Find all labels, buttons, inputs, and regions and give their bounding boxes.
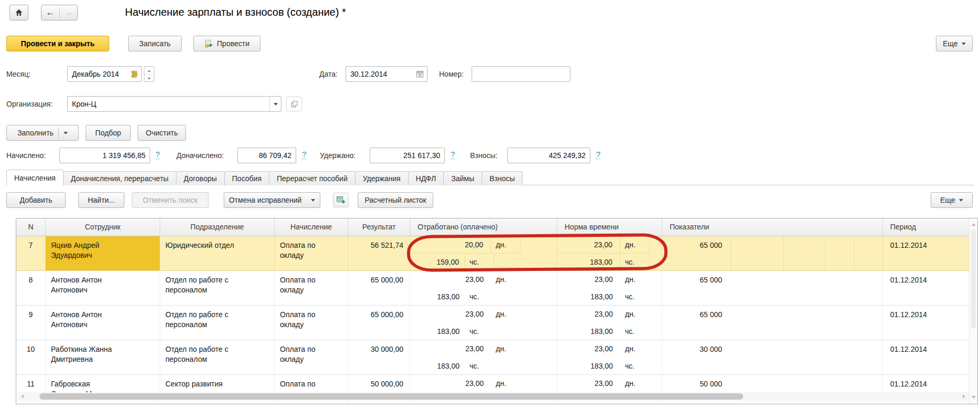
withheld-help-link[interactable]: ? [451, 150, 455, 159]
worked-time-cell[interactable]: 23,00дн. 183,00чс. [410, 306, 557, 340]
accrual-cell[interactable]: Оплата по окладу [275, 271, 348, 305]
step-up-icon[interactable] [148, 68, 151, 72]
horizontal-scrollbar-thumb[interactable] [39, 393, 743, 400]
table-row-8[interactable]: 8 Антонов Антон Антонович Отдел по работ… [16, 271, 969, 306]
vertical-scrollbar[interactable] [969, 218, 977, 404]
fill-button[interactable]: Заполнить [6, 125, 79, 141]
worked-time-cell[interactable]: 23,00дн. 183,00чс. [410, 340, 557, 374]
tab-deductions[interactable]: Удержания [355, 171, 409, 185]
more-button-table[interactable]: Еще [931, 192, 973, 208]
indicators-cell[interactable]: 65 000 [662, 271, 883, 305]
column-header-worked[interactable]: Отработано (оплачено) [410, 218, 557, 236]
result-cell[interactable]: 65 000,00 [348, 306, 410, 340]
worked-time-cell[interactable]: 20,00дн. 159,00чс. [410, 236, 557, 270]
find-button[interactable]: Найти... [78, 192, 124, 208]
month-stepper[interactable] [144, 66, 154, 82]
contributions-help-link[interactable]: ? [596, 150, 600, 159]
employee-cell[interactable]: Яцкив Андрей Эдуардович [46, 236, 160, 270]
horizontal-scrollbar[interactable] [17, 392, 969, 401]
department-cell[interactable]: Отдел по работе с персоналом [160, 271, 275, 305]
more-button-top[interactable]: Еще [936, 36, 973, 51]
employee-cell[interactable]: Работкина Жанна Дмитриевна [46, 340, 160, 374]
period-cell[interactable]: 01.12.2014 [883, 340, 969, 374]
worked-days-value: 20,00 [410, 236, 491, 254]
home-button[interactable] [9, 5, 28, 20]
month-picker-icon[interactable] [131, 70, 138, 78]
norm-time-cell[interactable]: 23,00дн. 183,00чс. [557, 340, 662, 374]
step-down-icon[interactable] [148, 78, 151, 81]
accrual-cell[interactable]: Оплата по окладу [275, 236, 348, 270]
column-header-n[interactable]: N [16, 218, 46, 236]
period-cell[interactable]: 01.12.2014 [883, 271, 969, 305]
department-cell[interactable]: Отдел по работе с персоналом [160, 306, 275, 340]
norm-time-cell[interactable]: 23,00дн. 183,00чс. [557, 306, 662, 340]
tab-ndfl[interactable]: НДФЛ [408, 171, 444, 185]
tab-contributions[interactable]: Взносы [482, 171, 523, 185]
employee-cell[interactable]: Антонов Антон Антонович [46, 306, 160, 340]
payslip-button[interactable]: Расчетный листок [358, 192, 433, 208]
contributions-total: 425 249,32 [507, 148, 590, 163]
table-row-7[interactable]: 7 Яцкив Андрей Эдуардович Юридический от… [16, 236, 969, 271]
column-header-employee[interactable]: Сотрудник [46, 218, 160, 236]
calendar-icon[interactable] [416, 70, 424, 78]
result-cell[interactable]: 30 000,00 [348, 340, 410, 374]
period-cell[interactable]: 01.12.2014 [883, 236, 969, 270]
norm-time-cell[interactable]: 23,00дн. 183,00чс. [557, 236, 662, 270]
accrual-cell[interactable]: Оплата по окладу [275, 340, 348, 374]
number-input[interactable] [472, 66, 570, 82]
worked-days-unit: дн. [491, 271, 520, 288]
indicators-cell[interactable]: 65 000 [662, 306, 883, 340]
chevron-down-icon [962, 43, 966, 47]
column-header-accrual[interactable]: Начисление [275, 218, 348, 236]
department-cell[interactable]: Юридический отдел [160, 236, 275, 270]
accrued-help-link[interactable]: ? [155, 150, 160, 159]
tab-additional-accruals[interactable]: Доначисления, перерасчеты [63, 171, 176, 185]
result-cell[interactable]: 56 521,74 [348, 236, 410, 270]
scroll-left-icon[interactable] [19, 394, 24, 399]
tab-contracts[interactable]: Договоры [176, 171, 225, 185]
tab-accruals[interactable]: Начисления [6, 170, 64, 185]
scroll-right-icon[interactable] [963, 394, 967, 399]
back-button[interactable]: ← [41, 7, 59, 18]
forward-button[interactable]: → [60, 7, 78, 18]
column-header-department[interactable]: Подразделение [160, 218, 275, 236]
accrual-cell[interactable]: Оплата по окладу [275, 306, 348, 340]
indicator-value: 65 000 [662, 236, 731, 250]
tab-benefit-recalc[interactable]: Перерасчет пособий [269, 171, 356, 185]
column-header-norm[interactable]: Норма времени [557, 218, 662, 236]
post-and-close-button[interactable]: Провести и закрыть [6, 36, 109, 51]
column-header-indicators[interactable]: Показатели [662, 218, 883, 236]
department-cell[interactable]: Отдел по работе с персоналом [160, 340, 275, 374]
indicators-cell[interactable]: 30 000 [662, 340, 883, 374]
indicators-cell[interactable]: 65 000 [662, 236, 883, 270]
scroll-up-icon[interactable] [972, 221, 976, 226]
clear-button[interactable]: Очистить [138, 125, 186, 141]
column-header-period[interactable]: Период [883, 218, 970, 236]
table-row-9[interactable]: 9 Антонов Антон Антонович Отдел по работ… [16, 306, 969, 340]
norm-days-unit: дн. [620, 375, 650, 392]
add-table-row-icon-button[interactable] [333, 193, 349, 207]
save-button[interactable]: Записать [128, 36, 182, 51]
norm-time-cell[interactable]: 23,00дн. 183,00чс. [557, 271, 662, 305]
employee-cell[interactable]: Антонов Антон Антонович [46, 271, 160, 305]
organization-input[interactable]: Крон-Ц [67, 96, 282, 112]
pick-button[interactable]: Подбор [86, 125, 131, 141]
scroll-down-icon[interactable] [972, 396, 976, 401]
organization-open-button[interactable] [286, 97, 302, 111]
worked-time-cell[interactable]: 23,00дн. 183,00чс. [410, 271, 557, 305]
post-button[interactable]: Провести [193, 36, 260, 51]
column-header-result[interactable]: Результат [348, 218, 410, 236]
date-input[interactable]: 30.12.2014 [346, 66, 428, 82]
vertical-scrollbar-thumb[interactable] [971, 229, 976, 329]
additional-accrued-help-link[interactable]: ? [302, 150, 306, 159]
tab-loans[interactable]: Займы [443, 171, 482, 185]
tab-benefits[interactable]: Пособия [224, 171, 269, 185]
table-row-10[interactable]: 10 Работкина Жанна Дмитриевна Отдел по р… [16, 340, 969, 375]
add-row-button[interactable]: Добавить [6, 192, 66, 208]
result-cell[interactable]: 65 000,00 [348, 271, 410, 305]
organization-dropdown-button[interactable] [269, 97, 281, 111]
month-input[interactable]: Декабрь 2014 [67, 66, 142, 82]
period-cell[interactable]: 01.12.2014 [883, 306, 969, 340]
undo-corrections-button[interactable]: Отмена исправлений [224, 192, 320, 208]
worked-days-value: 23,00 [410, 340, 491, 358]
